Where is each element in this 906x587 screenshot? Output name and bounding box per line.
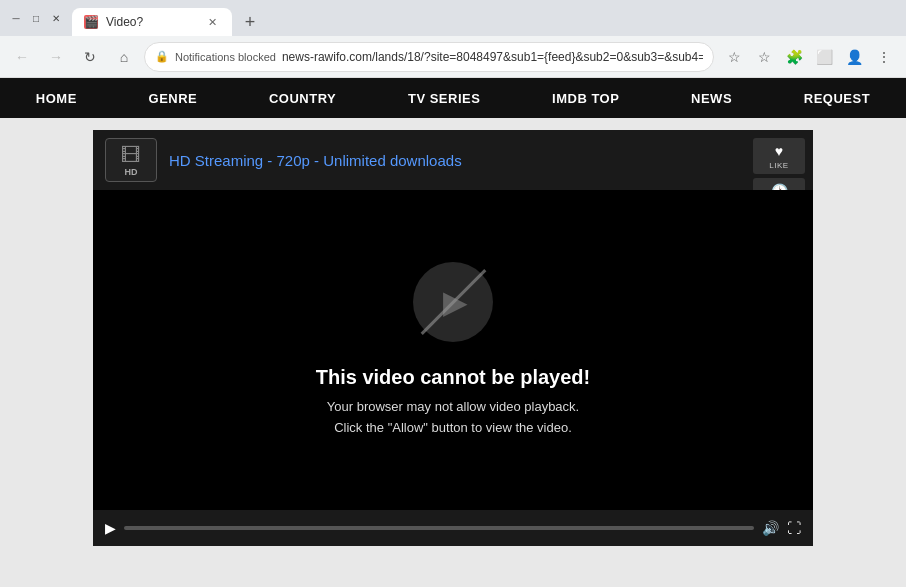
- browser-tab[interactable]: 🎬 Video? ✕: [72, 8, 232, 36]
- url-text: news-rawifo.com/lands/18/?site=8048497&s…: [282, 50, 703, 64]
- nav-item-country[interactable]: COUNTRY: [253, 83, 352, 114]
- nav-action-buttons: ☆ ☆ 🧩 ⬜ 👤 ⋮: [720, 43, 898, 71]
- star-button[interactable]: ☆: [750, 43, 778, 71]
- forward-button[interactable]: →: [42, 43, 70, 71]
- tab-close-button[interactable]: ✕: [204, 14, 220, 30]
- window-controls: ─ □ ✕: [8, 10, 64, 26]
- reel-icon: 🎞: [121, 144, 141, 167]
- menu-button[interactable]: ⋮: [870, 43, 898, 71]
- video-title: HD Streaming - 720p - Unlimited download…: [169, 152, 462, 169]
- video-controls: ▶ 🔊 ⛶: [93, 510, 813, 546]
- profile-button[interactable]: 👤: [840, 43, 868, 71]
- tab-area: 🎬 Video? ✕ +: [72, 0, 898, 36]
- bookmark-button[interactable]: ☆: [720, 43, 748, 71]
- nav-item-news[interactable]: NEWS: [675, 83, 748, 114]
- play-button[interactable]: ▶: [105, 520, 116, 536]
- security-icon: 🔒: [155, 50, 169, 63]
- tab-title: Video?: [106, 15, 196, 29]
- extensions-button[interactable]: 🧩: [780, 43, 808, 71]
- fullscreen-button[interactable]: ⛶: [787, 520, 801, 536]
- notification-blocked-label: Notifications blocked: [175, 51, 276, 63]
- nav-item-request[interactable]: REQUEST: [788, 83, 886, 114]
- address-bar[interactable]: 🔒 Notifications blocked news-rawifo.com/…: [144, 42, 714, 72]
- site-navigation: HOME GENRE COUNTRY TV SERIES IMDB TOP NE…: [0, 78, 906, 118]
- tab-favicon: 🎬: [84, 15, 98, 29]
- navigation-bar: ← → ↻ ⌂ 🔒 Notifications blocked news-raw…: [0, 36, 906, 78]
- nav-item-home[interactable]: HOME: [20, 83, 93, 114]
- video-area: This video cannot be played! Your browse…: [93, 190, 813, 510]
- like-icon: ♥: [775, 143, 783, 159]
- minimize-button[interactable]: ─: [8, 10, 24, 26]
- like-label: LIKE: [769, 161, 788, 170]
- video-player: 🎞 HD HD Streaming - 720p - Unlimited dow…: [93, 130, 813, 546]
- hd-icon: 🎞 HD: [105, 138, 157, 182]
- like-button[interactable]: ♥ LIKE: [753, 138, 805, 174]
- play-disabled-icon: [413, 262, 493, 342]
- error-subtitle: Your browser may not allow video playbac…: [327, 397, 579, 439]
- volume-button[interactable]: 🔊: [762, 520, 779, 536]
- nav-item-tv-series[interactable]: TV SERIES: [392, 83, 496, 114]
- nav-item-imdb-top[interactable]: IMDB TOP: [536, 83, 635, 114]
- progress-bar[interactable]: [124, 526, 754, 530]
- title-bar: ─ □ ✕ 🎬 Video? ✕ +: [0, 0, 906, 36]
- video-header: 🎞 HD HD Streaming - 720p - Unlimited dow…: [93, 130, 813, 190]
- close-button[interactable]: ✕: [48, 10, 64, 26]
- refresh-button[interactable]: ↻: [76, 43, 104, 71]
- new-tab-button[interactable]: +: [236, 8, 264, 36]
- nav-item-genre[interactable]: GENRE: [133, 83, 214, 114]
- browser-window: ─ □ ✕ 🎬 Video? ✕ + ← → ↻ ⌂ 🔒 Notificatio…: [0, 0, 906, 587]
- main-content: 🎞 HD HD Streaming - 720p - Unlimited dow…: [0, 118, 906, 587]
- cast-button[interactable]: ⬜: [810, 43, 838, 71]
- back-button[interactable]: ←: [8, 43, 36, 71]
- error-title: This video cannot be played!: [316, 366, 591, 389]
- home-button[interactable]: ⌂: [110, 43, 138, 71]
- hd-label: HD: [125, 167, 138, 177]
- maximize-button[interactable]: □: [28, 10, 44, 26]
